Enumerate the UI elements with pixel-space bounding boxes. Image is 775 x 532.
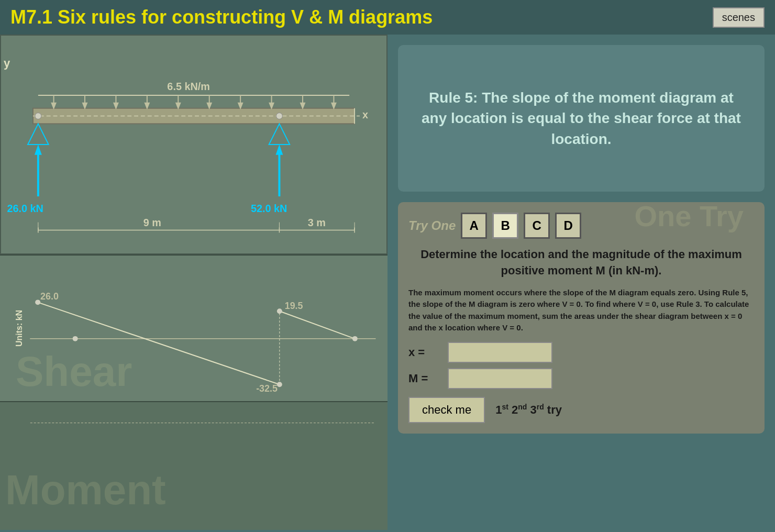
moment-svg (0, 402, 388, 519)
try-counter: 1st 2nd 3rd try (495, 403, 562, 417)
try-2: 2nd (512, 403, 527, 416)
svg-marker-10 (145, 103, 149, 108)
x-input[interactable] (448, 342, 552, 363)
option-d-button[interactable]: D (555, 213, 581, 239)
try-header: Try One A B C D (408, 213, 754, 239)
shear-diagram: Units: kN Shear (0, 254, 388, 401)
svg-text:-32.5: -32.5 (256, 383, 278, 394)
x-label: x = (408, 346, 440, 359)
try-1: 1st (495, 403, 508, 416)
moment-diagram: Moment (0, 401, 388, 519)
svg-text:x: x (362, 109, 368, 120)
content-area: y 6.5 kN/m (0, 35, 775, 530)
svg-marker-20 (301, 103, 305, 108)
svg-point-50 (277, 382, 282, 387)
svg-marker-6 (83, 103, 87, 108)
svg-text:19.5: 19.5 (285, 301, 303, 311)
svg-point-49 (35, 300, 40, 305)
left-panel: y 6.5 kN/m (0, 35, 388, 530)
header: M7.1 Six rules for constructing V & M di… (0, 0, 775, 35)
svg-text:26.0 kN: 26.0 kN (7, 203, 43, 214)
svg-point-51 (277, 308, 282, 314)
beam-diagram: y 6.5 kN/m (0, 35, 388, 254)
explanation-text: The maximum moment occurs where the slop… (408, 287, 754, 334)
svg-text:52.0 kN: 52.0 kN (251, 203, 287, 214)
main-container: M7.1 Six rules for constructing V & M di… (0, 0, 775, 532)
svg-point-30 (276, 113, 282, 119)
svg-marker-18 (270, 103, 274, 108)
svg-marker-16 (238, 103, 242, 108)
question-text: Determine the location and the magnitude… (408, 247, 754, 279)
rule-text: Rule 5: The slope of the moment diagram … (419, 87, 744, 149)
svg-text:6.5 kN/m: 6.5 kN/m (167, 81, 209, 92)
svg-point-25 (35, 113, 41, 119)
svg-marker-28 (35, 145, 42, 155)
svg-text:9 m: 9 m (143, 217, 161, 228)
right-panel: Rule 5: The slope of the moment diagram … (388, 35, 775, 530)
option-a-button[interactable]: A (461, 213, 487, 239)
x-input-row: x = (408, 342, 754, 363)
try-label: Try One (408, 218, 456, 233)
svg-marker-26 (28, 124, 49, 145)
try-box: Try One A B C D Determine the location a… (398, 202, 765, 434)
svg-point-52 (352, 336, 358, 341)
m-input[interactable] (448, 368, 552, 389)
m-label: M = (408, 372, 440, 385)
svg-text:26.0: 26.0 (40, 291, 59, 302)
svg-marker-31 (269, 124, 290, 145)
svg-marker-4 (52, 103, 56, 108)
scenes-button[interactable]: scenes (713, 7, 765, 28)
svg-text:3 m: 3 m (308, 217, 326, 228)
m-input-row: M = (408, 368, 754, 389)
shear-svg: 26.0 19.5 -32.5 (0, 256, 388, 401)
svg-marker-22 (331, 103, 336, 108)
beam-svg: 6.5 kN/m (1, 36, 386, 253)
page-title: M7.1 Six rules for constructing V & M di… (10, 6, 433, 28)
option-b-button[interactable]: B (492, 213, 518, 239)
try-3: 3rd (530, 403, 544, 416)
try-word: try (547, 403, 562, 416)
svg-point-48 (73, 336, 78, 341)
svg-marker-8 (114, 103, 118, 108)
rule-box: Rule 5: The slope of the moment diagram … (398, 45, 765, 192)
svg-marker-33 (275, 145, 283, 155)
check-button[interactable]: check me (408, 397, 485, 423)
bottom-row: check me 1st 2nd 3rd try (408, 397, 754, 423)
svg-marker-14 (207, 103, 212, 108)
svg-marker-12 (176, 103, 180, 108)
option-c-button[interactable]: C (524, 213, 550, 239)
